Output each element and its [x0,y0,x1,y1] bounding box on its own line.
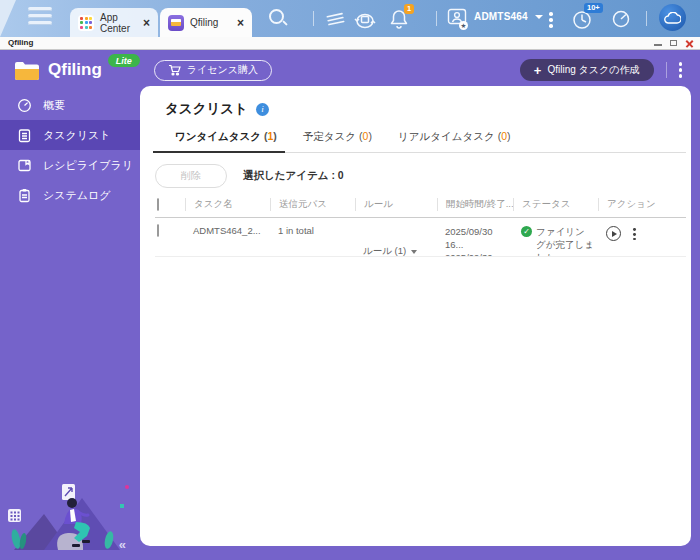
task-tabs: ワンタイムタスク 1 予定タスク 0 リアルタイムタスク 0 [153,130,686,153]
app-menu-icon[interactable] [679,62,683,78]
rule-dropdown[interactable]: ルール (1) [355,225,437,257]
qfiling-logo-icon [14,60,40,81]
system-log-icon [17,188,32,203]
plus-icon: + [534,64,542,77]
chevron-down-icon [411,250,417,254]
tab-label: 予定タスク [303,130,356,145]
table-header: タスク名 送信元パス ルール 開始時間/終了... ステータス アクション [155,198,686,218]
task-list-icon [17,128,32,143]
sidebar-item-overview[interactable]: 概要 [0,90,140,120]
more-options-icon[interactable] [549,12,553,28]
status-cell: ✓ ファイリングが完了しました [513,225,598,257]
window-title: Qfiling [8,37,33,49]
screen: App Center × Qfiling × [0,0,700,560]
restore-icon[interactable] [670,40,677,46]
license-purchase-button[interactable]: ライセンス購入 [154,60,272,81]
sidebar-item-system-log[interactable]: システムログ [0,180,140,210]
tab-scheduled-task[interactable]: 予定タスク 0 [303,130,380,152]
sidebar-item-label: レシピライブラリ [43,158,133,173]
column-start-end-time[interactable]: 開始時間/終了... [437,198,513,211]
notification-badge: 1 [404,4,414,14]
divider [436,11,437,26]
time-cell: 2025/09/30 16... 2025/09/30 16... [437,225,513,257]
tab-real-time-task[interactable]: リアルタイムタスク 0 [398,130,519,152]
chevron-down-icon [535,15,543,19]
divider [313,11,314,26]
tab-one-time-task[interactable]: ワンタイムタスク 1 [153,130,285,153]
tab-count: 0 [498,130,511,145]
background-tasks-icon[interactable] [324,8,348,30]
license-purchase-label: ライセンス購入 [187,63,258,77]
rule-label: ルール (1) [363,245,406,258]
app-header: Qfiling Lite ライセンス購入 + Qfiling タスクの作成 [0,50,700,90]
lite-badge: Lite [108,54,140,67]
external-device-sync-icon[interactable] [352,8,378,30]
end-time: 2025/09/30 16... [445,251,513,257]
run-task-button[interactable] [606,226,621,241]
column-action[interactable]: アクション [598,198,686,211]
start-time: 2025/09/30 16... [445,225,513,251]
divider [666,62,667,78]
recipe-library-icon [17,158,32,173]
source-path-cell: 1 in total [270,225,355,257]
sidebar-illustration [6,482,132,550]
main-menu-icon[interactable] [28,7,52,25]
window-titlebar: Qfiling [0,37,700,50]
close-icon[interactable]: × [143,17,150,29]
qfiling-icon [168,15,184,31]
page-title: タスクリスト [165,100,248,118]
delete-button[interactable]: 削除 [155,164,227,188]
dashboard-icon[interactable] [610,9,632,28]
column-status[interactable]: ステータス [513,198,598,211]
content-panel: タスクリスト i ワンタイムタスク 1 予定タスク 0 リアルタイムタスク 0 … [140,86,691,546]
column-source-path[interactable]: 送信元パス [270,198,355,211]
user-name: ADMTS464 [474,11,528,22]
close-icon[interactable] [685,39,694,48]
myqnapcloud-icon[interactable] [659,4,686,31]
app-title: Qfiling [48,60,102,80]
action-cell [598,225,686,257]
column-task-name[interactable]: タスク名 [185,198,270,211]
taskbar: App Center × Qfiling × [0,0,700,37]
sidebar-item-label: 概要 [43,98,65,113]
tab-label: App Center [100,12,137,34]
row-checkbox[interactable] [157,224,159,237]
activity-badge: 10+ [584,3,603,13]
close-icon[interactable]: × [237,17,244,29]
success-check-icon: ✓ [521,226,532,237]
select-all-checkbox[interactable] [157,198,159,211]
taskbar-tab-qfiling[interactable]: Qfiling × [160,8,252,37]
sidebar: 概要 タスクリスト レシピライブラリ [0,90,140,560]
create-task-label: Qfiling タスクの作成 [547,63,639,77]
info-icon[interactable]: i [256,103,269,116]
search-icon[interactable] [269,9,289,29]
sidebar-item-label: システムログ [43,188,111,203]
column-rule[interactable]: ルール [355,198,437,211]
app-center-icon [78,15,94,31]
table-row: ADMTS464_2... 1 in total ルール (1) 2025/09… [155,218,686,257]
tab-label: Qfiling [190,17,218,28]
collapse-sidebar-button[interactable]: « [119,537,126,552]
tab-count: 1 [264,130,277,144]
tab-label: リアルタイムタスク [398,130,495,145]
gauge-icon [17,98,32,113]
status-text: ファイリングが完了しました [536,225,594,257]
task-table: タスク名 送信元パス ルール 開始時間/終了... ステータス アクション AD… [155,198,686,257]
user-star-badge: ★ [459,21,468,30]
divider [646,11,647,26]
create-task-button[interactable]: + Qfiling タスクの作成 [520,59,654,81]
row-more-options-icon[interactable] [633,228,636,240]
taskbar-tab-app-center[interactable]: App Center × [70,8,158,37]
tab-label: ワンタイムタスク [175,130,261,144]
tab-count: 0 [359,130,372,145]
selected-items-label: 選択したアイテム : 0 [243,169,344,183]
sidebar-item-label: タスクリスト [43,128,111,143]
cart-icon [168,64,181,76]
minimize-icon[interactable] [654,44,662,46]
task-name-cell: ADMTS464_2... [185,225,270,257]
sidebar-item-task-list[interactable]: タスクリスト [0,120,140,150]
sidebar-item-recipe-library[interactable]: レシピライブラリ [0,150,140,180]
